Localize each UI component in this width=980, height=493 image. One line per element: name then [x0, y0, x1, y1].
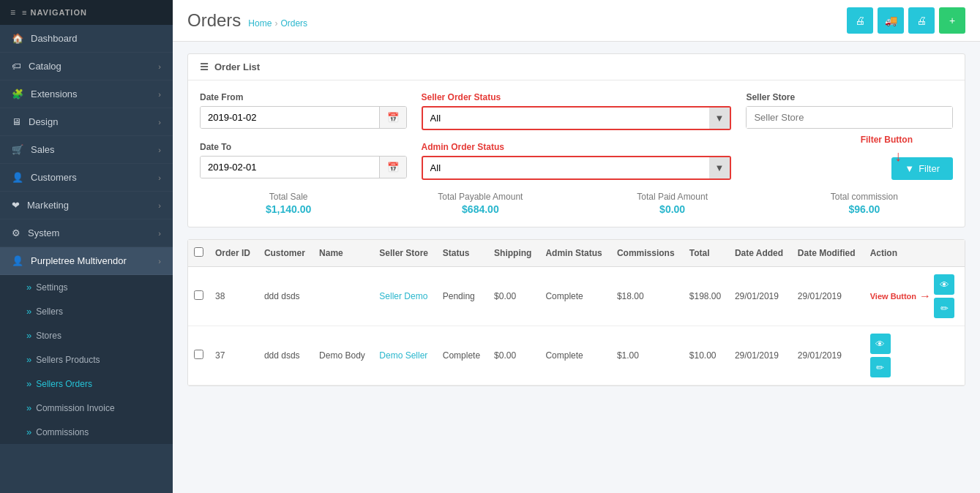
breadcrumb: Home › Orders — [248, 18, 307, 29]
row-status: Pending — [437, 267, 488, 326]
date-from-input[interactable] — [201, 107, 379, 128]
stat-payable: Total Payable Amount $684.00 — [392, 192, 569, 215]
filter-panel: ☰ Order List Date From 📅 Seller Or — [187, 53, 965, 227]
breadcrumb-current[interactable]: Orders — [280, 18, 307, 29]
row-seller-store: Seller Demo — [373, 267, 436, 326]
sidebar-sub-sellers-products[interactable]: Sellers Products — [0, 347, 173, 372]
sidebar-item-dashboard[interactable]: 🏠 Dashboard — [0, 25, 173, 53]
filter-date-from-group: Date From 📅 — [200, 92, 407, 130]
stat-paid: Total Paid Amount $0.00 — [584, 192, 761, 215]
chevron-icon: › — [158, 62, 161, 71]
row-customer: ddd dsds — [258, 326, 313, 385]
stat-paid-label: Total Paid Amount — [584, 192, 761, 202]
row-checkbox[interactable] — [194, 290, 203, 300]
sidebar-item-design[interactable]: 🖥 Design › — [0, 108, 173, 136]
chevron-icon: › — [158, 173, 161, 182]
filter-date-to-group: Date To 📅 — [200, 142, 407, 180]
calendar-icon[interactable]: 📅 — [379, 107, 406, 128]
sidebar-item-purpletree[interactable]: 👤 Purpletree Multivendor › — [0, 247, 173, 275]
admin-order-status-label: Admin Order Status — [422, 142, 732, 152]
filter-icon: ▼ — [905, 163, 914, 174]
select-all-checkbox[interactable] — [194, 247, 203, 257]
panel-header: ☰ Order List — [188, 54, 965, 80]
sidebar: ≡ ≡ NAVIGATION 🏠 Dashboard 🏷 Catalog › 🧩… — [0, 0, 173, 493]
add-button[interactable]: + — [939, 7, 965, 34]
sidebar-item-label: System — [28, 227, 59, 238]
action-buttons: 👁 ✏ — [934, 274, 954, 318]
sidebar-sub-sellers[interactable]: Sellers — [0, 299, 173, 323]
col-total: Total — [684, 240, 729, 267]
view-button[interactable]: 👁 — [934, 274, 954, 295]
truck-button[interactable]: 🚚 — [878, 7, 904, 34]
panel-body: Date From 📅 Seller Order Status All — [188, 80, 965, 227]
col-date-modified: Date Modified — [792, 240, 864, 267]
breadcrumb-sep: › — [274, 18, 277, 29]
sub-item-label: Settings — [36, 282, 67, 293]
sidebar-sub-settings[interactable]: Settings — [0, 275, 173, 299]
sidebar-item-customers[interactable]: 👤 Customers › — [0, 164, 173, 192]
sub-item-label: Sellers — [36, 306, 63, 317]
row-status: Complete — [437, 326, 488, 385]
sidebar-sub-stores[interactable]: Stores — [0, 323, 173, 347]
seller-order-status-select[interactable]: All — [423, 108, 709, 129]
seller-store-input-wrapper — [746, 106, 953, 129]
row-customer: ddd dsds — [258, 267, 313, 326]
row-checkbox[interactable] — [194, 350, 203, 359]
filter-admin-order-status-group: Admin Order Status All ▼ — [422, 142, 732, 180]
date-to-input[interactable] — [201, 157, 379, 178]
sidebar-item-catalog[interactable]: 🏷 Catalog › — [0, 53, 173, 80]
page-title: Orders — [187, 10, 241, 31]
view-button[interactable]: 👁 — [870, 334, 891, 354]
edit-button[interactable]: ✏ — [870, 357, 891, 377]
purpletree-icon: 👤 — [12, 255, 23, 266]
stat-commission: Total commission $96.00 — [776, 192, 953, 215]
sidebar-item-sales[interactable]: 🛒 Sales › — [0, 136, 173, 164]
print-button-2[interactable]: 🖨 — [908, 7, 935, 34]
table-row: 38 ddd dsds Seller Demo Pending $0.00 Co… — [188, 267, 965, 326]
chevron-icon: › — [158, 146, 161, 154]
row-commissions: $18.00 — [611, 267, 684, 326]
filter-annotation-arrow: ↓ — [894, 148, 902, 165]
print-button-1[interactable]: 🖨 — [847, 7, 873, 34]
edit-button[interactable]: ✏ — [934, 298, 954, 318]
orders-table: Order ID Customer Name Seller Store Stat… — [188, 240, 965, 385]
row-admin-status: Complete — [539, 326, 611, 385]
topbar-left: Orders Home › Orders — [187, 10, 307, 31]
date-from-label: Date From — [200, 92, 407, 102]
date-to-input-wrapper: 📅 — [200, 156, 407, 178]
filter-annotation-label: Filter Button — [861, 135, 913, 145]
stat-payable-value: $684.00 — [392, 203, 569, 215]
seller-store-link[interactable]: Demo Seller — [379, 350, 427, 361]
design-icon: 🖥 — [12, 116, 21, 127]
chevron-icon: › — [158, 118, 161, 127]
topbar-actions: 🖨 🚚 🖨 + — [847, 7, 965, 34]
sidebar-sub-commission-invoice[interactable]: Commission Invoice — [0, 396, 173, 420]
col-status: Status — [437, 240, 488, 267]
row-shipping: $0.00 — [488, 326, 539, 385]
sidebar-sub-sellers-orders[interactable]: Sellers Orders — [0, 372, 173, 396]
row-date-added: 29/01/2019 — [729, 267, 792, 326]
sidebar-nav-header: ≡ ≡ NAVIGATION — [0, 0, 173, 25]
sidebar-item-label: Dashboard — [31, 33, 78, 44]
table-row: 37 ddd dsds Demo Body Demo Seller Comple… — [188, 326, 965, 385]
sidebar-item-extensions[interactable]: 🧩 Extensions › — [0, 80, 173, 108]
seller-store-link[interactable]: Seller Demo — [379, 291, 427, 301]
sub-item-label: Sellers Orders — [36, 379, 92, 389]
admin-order-status-select[interactable]: All — [423, 157, 709, 178]
sidebar-item-label: Design — [29, 116, 58, 127]
sidebar-item-marketing[interactable]: ❤ Marketing › — [0, 192, 173, 219]
date-to-label: Date To — [200, 142, 407, 152]
row-name: Demo Body — [313, 326, 373, 385]
catalog-icon: 🏷 — [12, 61, 21, 72]
breadcrumb-home[interactable]: Home — [248, 18, 272, 29]
view-annotation-arrow: → — [919, 290, 931, 303]
orders-table-panel: Order ID Customer Name Seller Store Stat… — [187, 239, 965, 386]
calendar-icon-2[interactable]: 📅 — [379, 157, 406, 178]
sub-item-label: Commissions — [36, 427, 89, 437]
sidebar-sub-commissions[interactable]: Commissions — [0, 420, 173, 444]
row-shipping: $0.00 — [488, 267, 539, 326]
seller-store-input[interactable] — [747, 107, 952, 128]
sidebar-item-label: Extensions — [31, 89, 78, 99]
sidebar-item-system[interactable]: ⚙ System › — [0, 219, 173, 247]
row-name — [313, 267, 373, 326]
